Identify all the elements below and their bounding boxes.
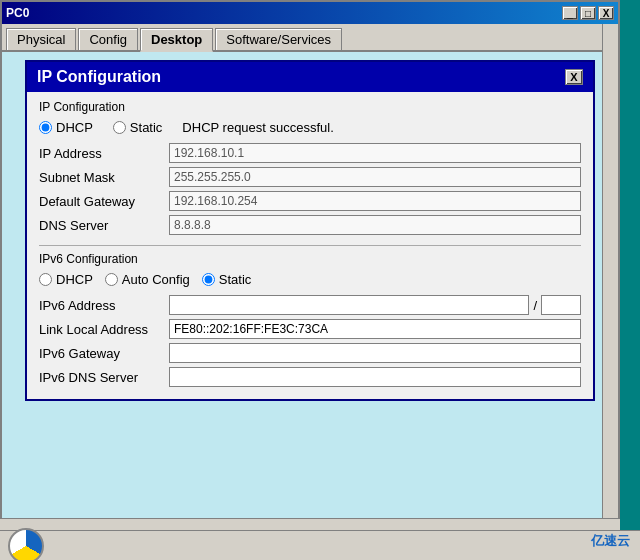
right-scrollbar[interactable] bbox=[602, 24, 618, 560]
watermark: 亿速云 bbox=[591, 532, 630, 550]
ipv6-address-row: IPv6 Address / bbox=[39, 295, 581, 315]
dns-server-row: DNS Server bbox=[39, 215, 581, 235]
close-button[interactable]: X bbox=[598, 6, 614, 20]
tab-bar: Physical Config Desktop Software/Service… bbox=[2, 24, 618, 52]
ip-dialog-close-button[interactable]: X bbox=[565, 69, 583, 85]
tab-content-desktop: IP Configuration X IP Configuration DHCP bbox=[2, 52, 618, 538]
title-bar-buttons: _ □ X bbox=[562, 6, 614, 20]
dhcp-radio-option[interactable]: DHCP bbox=[39, 120, 93, 135]
ip-address-label: IP Address bbox=[39, 146, 169, 161]
ipv6-auto-option[interactable]: Auto Config bbox=[105, 272, 190, 287]
dhcp-label: DHCP bbox=[56, 120, 93, 135]
ipv6-gateway-label: IPv6 Gateway bbox=[39, 346, 169, 361]
subnet-mask-label: Subnet Mask bbox=[39, 170, 169, 185]
ipv6-address-label: IPv6 Address bbox=[39, 298, 169, 313]
ip-dialog-body: IP Configuration DHCP Static DHCP reques… bbox=[27, 92, 593, 399]
static-label: Static bbox=[130, 120, 163, 135]
ipv6-section: IPv6 Configuration DHCP Auto Config bbox=[39, 245, 581, 387]
bottom-bar bbox=[0, 530, 640, 560]
minimize-button[interactable]: _ bbox=[562, 6, 578, 20]
dhcp-radio[interactable] bbox=[39, 121, 52, 134]
ipv6-dhcp-label: DHCP bbox=[56, 272, 93, 287]
link-local-label: Link Local Address bbox=[39, 322, 169, 337]
ipv6-prefix-input[interactable] bbox=[541, 295, 581, 315]
ip-configuration-dialog: IP Configuration X IP Configuration DHCP bbox=[25, 60, 595, 401]
tab-software[interactable]: Software/Services bbox=[215, 28, 342, 50]
static-radio[interactable] bbox=[113, 121, 126, 134]
ipv6-static-radio[interactable] bbox=[202, 273, 215, 286]
ipv6-auto-label: Auto Config bbox=[122, 272, 190, 287]
ipv6-radio-row: DHCP Auto Config Static bbox=[39, 272, 581, 287]
ipv6-address-input[interactable] bbox=[169, 295, 529, 315]
static-radio-option[interactable]: Static bbox=[113, 120, 163, 135]
default-gateway-label: Default Gateway bbox=[39, 194, 169, 209]
ip-dialog-title-bar: IP Configuration X bbox=[27, 62, 593, 92]
window-body: Physical Config Desktop Software/Service… bbox=[2, 24, 618, 538]
link-local-row: Link Local Address bbox=[39, 319, 581, 339]
dns-server-label: DNS Server bbox=[39, 218, 169, 233]
ipv6-static-option[interactable]: Static bbox=[202, 272, 252, 287]
ipv6-auto-radio[interactable] bbox=[105, 273, 118, 286]
main-window: PC0 _ □ X Physical Config Desktop Softwa… bbox=[0, 0, 620, 540]
ipv6-gateway-row: IPv6 Gateway bbox=[39, 343, 581, 363]
ipv6-dns-row: IPv6 DNS Server bbox=[39, 367, 581, 387]
dns-server-input[interactable] bbox=[169, 215, 581, 235]
taskbar-icon bbox=[8, 528, 44, 561]
ipv6-gateway-input[interactable] bbox=[169, 343, 581, 363]
ipv6-dhcp-option[interactable]: DHCP bbox=[39, 272, 93, 287]
dhcp-status: DHCP request successful. bbox=[182, 120, 334, 135]
ipv6-dns-label: IPv6 DNS Server bbox=[39, 370, 169, 385]
bottom-scrollbar[interactable] bbox=[0, 518, 620, 530]
ip-address-row: IP Address bbox=[39, 143, 581, 163]
link-local-input[interactable] bbox=[169, 319, 581, 339]
ipv4-radio-row: DHCP Static DHCP request successful. bbox=[39, 120, 581, 135]
maximize-button[interactable]: □ bbox=[580, 6, 596, 20]
subnet-mask-row: Subnet Mask bbox=[39, 167, 581, 187]
ip-address-input[interactable] bbox=[169, 143, 581, 163]
ipv6-section-label: IPv6 Configuration bbox=[39, 252, 581, 266]
ipv6-static-label: Static bbox=[219, 272, 252, 287]
ipv6-dhcp-radio[interactable] bbox=[39, 273, 52, 286]
tab-config[interactable]: Config bbox=[78, 28, 138, 50]
title-bar: PC0 _ □ X bbox=[2, 2, 618, 24]
tab-physical[interactable]: Physical bbox=[6, 28, 76, 50]
window-title: PC0 bbox=[6, 6, 29, 20]
default-gateway-row: Default Gateway bbox=[39, 191, 581, 211]
ip-dialog-title-text: IP Configuration bbox=[37, 68, 161, 86]
default-gateway-input[interactable] bbox=[169, 191, 581, 211]
tab-desktop[interactable]: Desktop bbox=[140, 28, 213, 52]
subnet-mask-input[interactable] bbox=[169, 167, 581, 187]
ipv6-dns-input[interactable] bbox=[169, 367, 581, 387]
ip-section-label: IP Configuration bbox=[39, 100, 581, 114]
ipv6-slash: / bbox=[529, 298, 541, 313]
